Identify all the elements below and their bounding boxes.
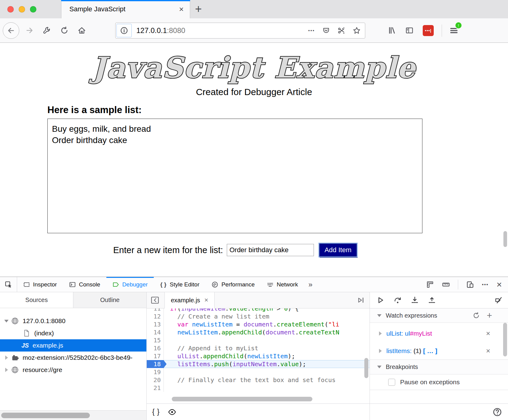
tab-strip: Sample JavaScript × +: [0, 0, 508, 18]
line-number[interactable]: 21: [147, 384, 164, 392]
right-panel-scrollbar-thumb[interactable]: [503, 323, 507, 356]
step-out-button[interactable]: [428, 296, 436, 304]
line-number[interactable]: 19: [147, 368, 164, 376]
devtools-tab-console[interactable]: Console: [63, 277, 106, 292]
back-button[interactable]: [3, 22, 19, 39]
reload-button[interactable]: [60, 26, 68, 35]
browser-tab[interactable]: Sample JavaScript ×: [61, 0, 190, 18]
more-tabs-button[interactable]: »: [304, 277, 317, 292]
devtools-tab-network[interactable]: Network: [261, 277, 304, 292]
resume-button[interactable]: [377, 296, 385, 304]
add-watch-icon[interactable]: +: [487, 311, 492, 320]
pause-on-exceptions-checkbox[interactable]: [388, 379, 395, 386]
editor-tab[interactable]: example.js ×: [164, 292, 215, 308]
chevron-right-icon[interactable]: [377, 331, 383, 336]
sidebar-icon[interactable]: [405, 26, 414, 35]
close-window-button[interactable]: [7, 6, 14, 13]
watch-expressions-header[interactable]: Watch expressions +: [370, 308, 508, 323]
collapse-sidebar-icon[interactable]: [150, 296, 160, 305]
devtools-menu-button[interactable]: •••: [482, 282, 489, 287]
devtools-tab-performance[interactable]: Performance: [205, 277, 261, 292]
rulers-icon[interactable]: [442, 281, 450, 289]
step-over-button[interactable]: [394, 296, 402, 304]
tab-outline[interactable]: Outline: [73, 292, 146, 308]
tree-item-resource-gre[interactable]: resource://gre: [0, 364, 146, 376]
line-number[interactable]: 13: [147, 320, 164, 328]
url-text[interactable]: 127.0.0.1:8080: [136, 26, 306, 35]
watch-expression-row[interactable]: ulList: ul#myList×: [370, 325, 508, 342]
chevron-right-icon[interactable]: [3, 368, 10, 372]
new-item-input[interactable]: [227, 244, 314, 256]
pretty-print-button[interactable]: { }: [152, 408, 160, 416]
forward-button[interactable]: [25, 26, 34, 35]
expand-panes-icon[interactable]: [357, 296, 365, 304]
tree-item--index-[interactable]: (index): [0, 327, 146, 339]
devtools-close-button[interactable]: ×: [496, 280, 502, 289]
url-bar[interactable]: 127.0.0.1:8080 •••: [115, 23, 365, 39]
code-line-17: 17 ulList.appendChild(newListItem);: [147, 352, 370, 360]
tree-item-127.0.0.1-8080[interactable]: 127.0.0.1:8080: [0, 315, 146, 327]
home-button[interactable]: [78, 26, 86, 35]
sources-hscrollbar-thumb[interactable]: [1, 413, 90, 418]
devtools-tab-style-editor[interactable]: { }Style Editor: [154, 277, 205, 292]
code-view[interactable]: 11 if(inputNewItem.value.length > 0) {12…: [147, 308, 370, 403]
line-number[interactable]: 12: [147, 312, 164, 320]
tab-sources[interactable]: Sources: [0, 292, 73, 308]
devtools-tab-debugger[interactable]: Debugger: [106, 277, 154, 292]
tree-item-moz-extension-525b202c-6bc3-be49-[interactable]: moz-extension://525b202c-6bc3-be49-: [0, 352, 146, 364]
screenshot-icon[interactable]: [337, 27, 345, 35]
page-actions-button[interactable]: •••: [308, 28, 315, 33]
pocket-icon[interactable]: [322, 27, 330, 35]
help-icon[interactable]: [493, 407, 502, 417]
chevron-down-icon[interactable]: [3, 320, 10, 322]
breakpoints-header[interactable]: Breakpoints: [370, 359, 508, 374]
chevron-right-icon[interactable]: [3, 356, 10, 360]
editor-hscrollbar-thumb[interactable]: [172, 397, 312, 401]
wrench-icon[interactable]: [43, 26, 51, 35]
refresh-watches-icon[interactable]: [473, 312, 480, 319]
editor-vscrollbar-thumb[interactable]: [364, 358, 368, 378]
breakpoint-marker[interactable]: 18: [147, 360, 164, 368]
page-scrollbar-thumb[interactable]: [503, 231, 507, 247]
lastpass-extension-button[interactable]: •••|: [423, 25, 434, 36]
line-number[interactable]: 11: [147, 308, 164, 312]
remove-watch-icon[interactable]: ×: [486, 329, 490, 338]
tree-item-example.js[interactable]: JSexample.js: [0, 339, 146, 352]
tab-label: Console: [79, 281, 100, 288]
deactivate-breakpoints-button[interactable]: [495, 296, 502, 304]
remove-watch-icon[interactable]: ×: [486, 347, 490, 355]
editor-tab-close-icon[interactable]: ×: [204, 296, 208, 304]
pick-element-button[interactable]: [0, 277, 17, 292]
watch-expression-row[interactable]: listItems: (1) [ … ]×: [370, 342, 508, 359]
responsive-mode-icon[interactable]: [466, 281, 474, 289]
devtools-tab-inspector[interactable]: Inspector: [17, 277, 63, 292]
add-item-button[interactable]: Add Item: [319, 244, 357, 256]
tab-close-icon[interactable]: ×: [179, 5, 184, 14]
line-number[interactable]: 17: [147, 352, 164, 360]
tab-label: Style Editor: [170, 281, 199, 288]
bookmark-star-icon[interactable]: [353, 27, 361, 35]
library-icon[interactable]: [388, 26, 396, 35]
measure-tool-icon[interactable]: [426, 281, 434, 289]
watch-expression-value: listItems: (1) [ … ]: [386, 347, 437, 355]
devtools-separator: [458, 280, 458, 289]
maximize-window-button[interactable]: [30, 6, 36, 13]
code-line-content: var newListItem = document.createElement…: [164, 320, 370, 328]
chevron-right-icon[interactable]: [377, 349, 383, 353]
step-in-button[interactable]: [411, 296, 419, 304]
line-number[interactable]: 20: [147, 376, 164, 384]
js-file-icon: JS: [21, 342, 29, 349]
site-identity-button[interactable]: [116, 24, 132, 37]
sources-tabs: Sources Outline: [0, 292, 146, 308]
new-tab-button[interactable]: +: [195, 2, 202, 16]
tab-label: Inspector: [33, 281, 57, 288]
preview-eye-icon[interactable]: [168, 408, 176, 416]
line-number[interactable]: 14: [147, 328, 164, 336]
minimize-window-button[interactable]: [19, 6, 25, 13]
navigation-toolbar: 127.0.0.1:8080 ••• •••| ↑: [0, 18, 508, 43]
menu-button[interactable]: ↑: [449, 26, 458, 35]
line-number[interactable]: 15: [147, 336, 164, 344]
sources-hscrollbar[interactable]: [0, 410, 146, 420]
line-number[interactable]: 16: [147, 344, 164, 352]
url-host: 127.0.0.1: [136, 26, 167, 35]
